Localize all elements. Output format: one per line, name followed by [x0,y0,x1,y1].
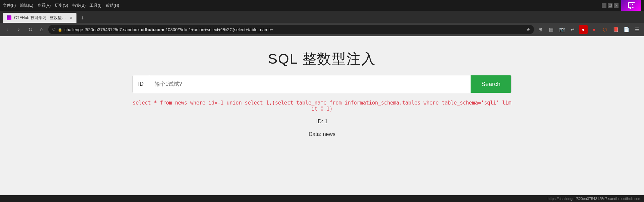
tab-bar: CTFHub 技能学习 | 整数型注入 × + [0,11,644,23]
addon2-icon[interactable]: ⬡ [600,25,609,34]
page-title: SQL 整数型注入 [268,50,376,68]
address-bar[interactable]: 🛡 🔒 challenge-f520ea37543125c7.sandbox.c… [48,25,534,34]
menu-bookmarks[interactable]: 书签(B) [72,3,86,8]
address-text: challenge-f520ea37543125c7.sandbox.ctfhu… [64,27,524,32]
forward-button[interactable]: › [14,25,23,34]
addon3-icon[interactable]: 📕 [611,25,620,34]
page-inner: SQL 整数型注入 ID Search select * from news w… [132,50,512,137]
result-data: Data: news [309,131,335,137]
id-label: ID [133,75,149,93]
menu-edit[interactable]: 编辑(E) [20,3,33,8]
bookmark-star-icon[interactable]: ★ [526,27,531,32]
addon4-icon[interactable]: 📄 [622,25,631,34]
search-input[interactable] [149,75,471,93]
menu-view[interactable]: 查看(V) [37,3,51,8]
security-icon: 🛡 [52,27,56,32]
menu-icon[interactable]: ☰ [633,25,641,34]
menu-bar: 文件(F) 编辑(E) 查看(V) 历史(S) 书签(B) 工具(I) 帮助(H… [3,3,602,8]
undo-icon[interactable]: ↩ [568,25,577,34]
close-button[interactable]: ✕ [614,3,619,8]
screenshot-icon[interactable]: 📷 [557,25,566,34]
address-suffix: :10800/?id=-1+union+select+1%2C(select+t… [164,27,273,32]
address-domain: ctfhub.com [141,27,164,32]
twitch-logo [621,0,641,11]
menu-tools[interactable]: 工具(I) [90,3,101,8]
sql-query-display: select * from news where id=-1 union sel… [132,100,512,112]
navigation-bar: ‹ › ↻ ⌂ 🛡 🔒 challenge-f520ea37543125c7.s… [0,23,644,36]
extensions-icon[interactable]: ⊞ [536,25,545,34]
lock-icon: 🔒 [58,27,62,32]
result-id: ID: 1 [316,119,328,125]
menu-file[interactable]: 文件(F) [3,3,16,8]
addon1-icon[interactable]: ● [590,25,598,34]
status-bar: https://challenge-f520ea37543125c7.sandb… [0,195,644,202]
page-content: SQL 整数型注入 ID Search select * from news w… [0,36,644,195]
browser-window: 文件(F) 编辑(E) 查看(V) 历史(S) 书签(B) 工具(I) 帮助(H… [0,0,644,202]
tab-close-button[interactable]: × [70,15,72,20]
back-button[interactable]: ‹ [3,25,12,34]
menu-help[interactable]: 帮助(H) [106,3,119,8]
search-form: ID Search [132,75,512,93]
browser-toolbar-icons: ⊞ ▤ 📷 ↩ ● ● ⬡ 📕 📄 ☰ [536,25,641,34]
search-button[interactable]: Search [471,75,511,93]
status-url: https://challenge-f520ea37543125c7.sandb… [548,197,641,201]
lastpass-icon[interactable]: ● [579,25,588,34]
window-controls: — ❐ ✕ [602,3,619,8]
sidebar-icon[interactable]: ▤ [547,25,555,34]
tab-title: CTFHub 技能学习 | 整数型注入 [14,15,67,21]
minimize-button[interactable]: — [602,3,606,8]
home-button[interactable]: ⌂ [37,25,46,34]
menu-history[interactable]: 历史(S) [55,3,68,8]
new-tab-button[interactable]: + [78,13,87,23]
active-tab[interactable]: CTFHub 技能学习 | 整数型注入 × [3,13,76,23]
title-bar: 文件(F) 编辑(E) 查看(V) 历史(S) 书签(B) 工具(I) 帮助(H… [0,0,644,11]
restore-button[interactable]: ❐ [608,3,612,8]
tab-favicon [7,15,11,20]
refresh-button[interactable]: ↻ [25,25,35,34]
address-prefix: challenge-f520ea37543125c7.sandbox. [64,27,141,32]
